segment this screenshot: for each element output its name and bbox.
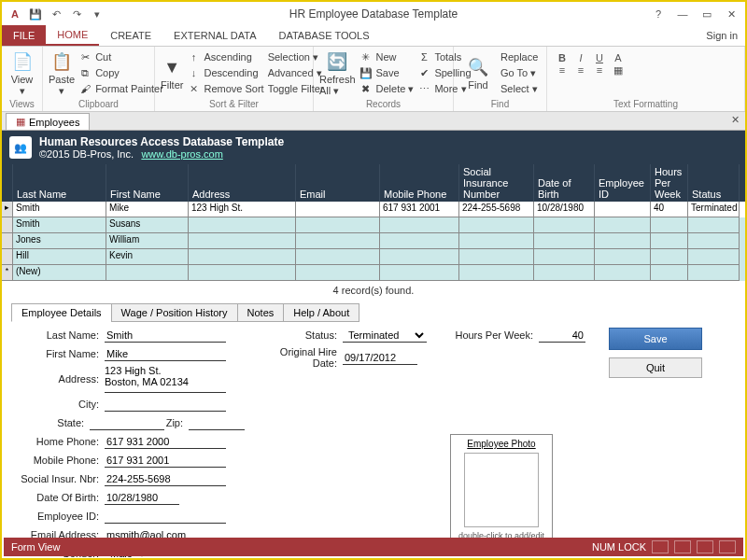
- save-icon[interactable]: 💾: [26, 5, 45, 23]
- row-selector[interactable]: [2, 217, 13, 233]
- cell[interactable]: [688, 249, 740, 265]
- cell[interactable]: [189, 233, 296, 249]
- cell[interactable]: Hill: [13, 249, 106, 265]
- mobile-phone-field[interactable]: [105, 453, 226, 468]
- cell[interactable]: [595, 202, 651, 217]
- cell[interactable]: Smith: [13, 202, 106, 217]
- ascending-button[interactable]: ↑Ascending: [187, 49, 263, 64]
- save-record-button[interactable]: 💾Save: [359, 65, 415, 80]
- cell[interactable]: [688, 233, 740, 249]
- tab-home[interactable]: HOME: [46, 25, 99, 46]
- new-record-button[interactable]: ✳New: [359, 49, 415, 64]
- format-painter-button[interactable]: 🖌Format Painter: [78, 81, 163, 96]
- table-row[interactable]: SmithSusans: [2, 217, 745, 233]
- help-icon[interactable]: ?: [650, 8, 667, 21]
- col-dob[interactable]: Date of Birth: [534, 164, 595, 202]
- restore-icon[interactable]: ▭: [698, 8, 715, 21]
- cell[interactable]: 617 931 2001: [380, 202, 459, 217]
- ssn-field[interactable]: [105, 471, 226, 486]
- view-datasheet-icon[interactable]: [674, 540, 691, 553]
- col-mobile[interactable]: Mobile Phone: [380, 164, 459, 202]
- view-layout-icon[interactable]: [697, 540, 713, 553]
- qat-dropdown-icon[interactable]: ▾: [88, 5, 106, 23]
- col-status[interactable]: Status: [688, 164, 740, 202]
- cell[interactable]: [534, 217, 595, 233]
- tab-file[interactable]: FILE: [2, 25, 46, 46]
- cell[interactable]: [380, 217, 459, 233]
- align-center-icon[interactable]: ≡: [571, 64, 590, 76]
- save-button[interactable]: Save: [609, 328, 702, 350]
- cell[interactable]: [296, 202, 380, 217]
- copy-button[interactable]: ⧉Copy: [78, 65, 163, 80]
- cell[interactable]: [296, 233, 380, 249]
- grid-new-row[interactable]: * (New): [2, 265, 745, 281]
- view-form-icon[interactable]: [652, 540, 669, 553]
- tab-create[interactable]: CREATE: [99, 25, 162, 46]
- close-tab-icon[interactable]: ✕: [731, 114, 740, 126]
- cell[interactable]: William: [106, 233, 189, 249]
- cell[interactable]: [651, 233, 688, 249]
- replace-button[interactable]: Replace: [500, 49, 538, 64]
- close-icon[interactable]: ✕: [723, 8, 740, 21]
- cell[interactable]: 10/28/1980: [534, 202, 595, 217]
- photo-frame[interactable]: [464, 453, 539, 527]
- align-right-icon[interactable]: ≡: [590, 64, 609, 76]
- dtab-employee-details[interactable]: Employee Details: [11, 303, 112, 322]
- undo-icon[interactable]: ↶: [47, 5, 65, 23]
- underline-icon[interactable]: U: [590, 52, 609, 63]
- zip-field[interactable]: [189, 415, 245, 430]
- redo-icon[interactable]: ↷: [67, 5, 86, 23]
- cell[interactable]: Smith: [13, 217, 106, 233]
- tab-database-tools[interactable]: DATABASE TOOLS: [267, 25, 380, 46]
- view-button[interactable]: 📄View▾: [7, 49, 36, 97]
- cell[interactable]: [534, 233, 595, 249]
- cell[interactable]: [651, 217, 688, 233]
- sign-in-link[interactable]: Sign in: [706, 30, 738, 41]
- minimize-icon[interactable]: —: [674, 8, 691, 21]
- col-address[interactable]: Address: [189, 164, 296, 202]
- cell[interactable]: [459, 217, 534, 233]
- city-field[interactable]: [105, 397, 226, 412]
- delete-record-button[interactable]: ✖Delete ▾: [359, 81, 415, 96]
- cell[interactable]: 40: [651, 202, 688, 217]
- tab-external-data[interactable]: EXTERNAL DATA: [162, 25, 267, 46]
- dtab-notes[interactable]: Notes: [237, 303, 285, 322]
- italic-icon[interactable]: I: [571, 52, 590, 63]
- dob-field[interactable]: [105, 490, 179, 505]
- cell[interactable]: [380, 249, 459, 265]
- cell[interactable]: [459, 233, 534, 249]
- cell[interactable]: [595, 217, 651, 233]
- home-phone-field[interactable]: [105, 434, 226, 449]
- fill-color-icon[interactable]: ▦: [609, 64, 627, 77]
- refresh-all-button[interactable]: 🔄Refresh All ▾: [319, 49, 356, 97]
- col-email[interactable]: Email: [296, 164, 380, 202]
- hpw-field[interactable]: [539, 328, 585, 343]
- table-row[interactable]: ▸SmithMike123 High St.617 931 2001224-25…: [2, 202, 745, 217]
- row-selector[interactable]: [2, 233, 13, 249]
- row-selector[interactable]: ▸: [2, 202, 13, 217]
- table-row[interactable]: HillKevin: [2, 249, 745, 265]
- remove-sort-button[interactable]: ⨯Remove Sort: [187, 81, 263, 96]
- state-field[interactable]: [90, 415, 164, 430]
- select-button[interactable]: Select ▾: [500, 81, 538, 96]
- cell[interactable]: Mike: [106, 202, 189, 217]
- paste-button[interactable]: 📋Paste▾: [49, 49, 75, 97]
- find-button[interactable]: 🔍Find: [459, 49, 497, 97]
- cell[interactable]: [651, 249, 688, 265]
- address-field[interactable]: 123 High St. Boston, MA 02134: [105, 365, 226, 393]
- cut-button[interactable]: ✂Cut: [78, 49, 163, 64]
- cell[interactable]: Kevin: [106, 249, 189, 265]
- cell[interactable]: [189, 249, 296, 265]
- tab-employees[interactable]: ▦Employees: [6, 113, 90, 130]
- cell[interactable]: Terminated: [688, 202, 740, 217]
- cell[interactable]: [296, 249, 380, 265]
- hire-date-field[interactable]: [343, 350, 417, 365]
- first-name-field[interactable]: [105, 346, 226, 361]
- row-selector[interactable]: [2, 249, 13, 265]
- quit-button[interactable]: Quit: [609, 357, 702, 378]
- cell[interactable]: [189, 217, 296, 233]
- view-design-icon[interactable]: [719, 540, 736, 553]
- text-formatting-controls[interactable]: BIUA ≡≡≡▦: [553, 49, 739, 97]
- cell[interactable]: [688, 217, 740, 233]
- font-color-icon[interactable]: A: [609, 52, 627, 63]
